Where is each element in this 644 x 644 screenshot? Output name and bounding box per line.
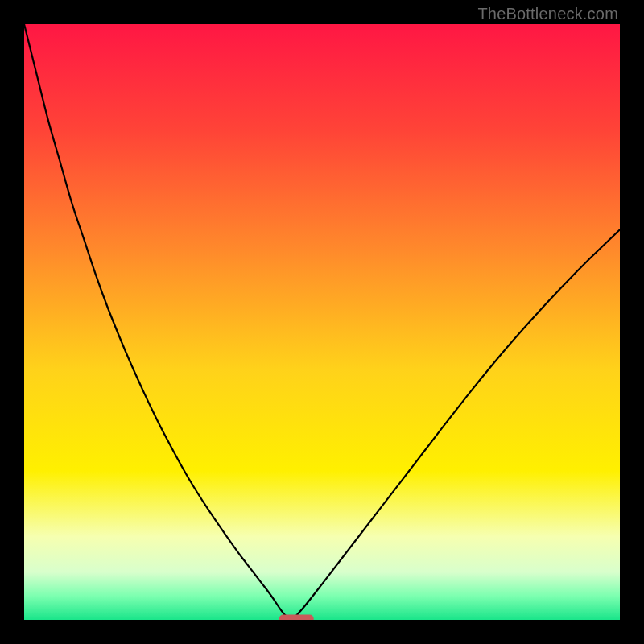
watermark-text: TheBottleneck.com	[477, 5, 618, 23]
curve-right	[292, 229, 620, 620]
plot-area	[24, 24, 620, 620]
chart-frame: TheBottleneck.com	[0, 0, 644, 644]
curves-svg	[24, 24, 620, 620]
min-marker	[279, 615, 314, 621]
curve-left	[24, 24, 292, 620]
